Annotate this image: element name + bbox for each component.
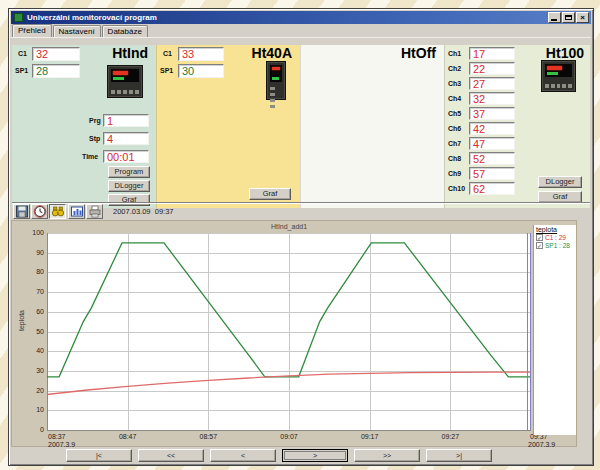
maximize-icon: [565, 15, 572, 20]
channel-field-ch2[interactable]: 22: [469, 62, 515, 75]
app-window: Univerzální monitorovací program × Přehl…: [8, 8, 594, 466]
maximize-button[interactable]: [562, 12, 575, 23]
printer-icon: [88, 205, 102, 218]
minimize-button[interactable]: [548, 12, 561, 23]
tab-databaze[interactable]: Databáze: [102, 25, 148, 37]
nav-button-6[interactable]: >|: [426, 449, 492, 462]
save-button[interactable]: [13, 204, 30, 219]
sp1-label: SP1: [15, 67, 28, 74]
c1-label: C1: [163, 50, 172, 57]
htoff-title: HtOff: [401, 45, 436, 61]
y-tick-label: 60: [18, 308, 44, 315]
ht40a-c1-field[interactable]: 33: [178, 47, 224, 61]
y-tick-label: 40: [18, 347, 44, 354]
legend-entry-label: SP1 : 28: [545, 242, 570, 249]
minimize-icon: [551, 19, 557, 21]
channel-field-ch8[interactable]: 52: [469, 152, 515, 165]
device-buttons: [545, 84, 572, 88]
x-tick-label: 08:47: [113, 433, 143, 440]
channel-field-ch10[interactable]: 62: [469, 182, 515, 195]
print-button[interactable]: [86, 204, 103, 219]
chart-nav-row: |<<<<>>>>|: [12, 449, 590, 463]
stp-label: Stp: [89, 135, 100, 142]
y-tick-label: 0: [18, 426, 44, 433]
page-background: Univerzální monitorovací program × Přehl…: [0, 0, 600, 470]
clock-button[interactable]: [31, 204, 48, 219]
nav-button-4[interactable]: >: [282, 449, 348, 462]
chart-legend: teplota ✓C1 : 29✓SP1 : 28: [533, 225, 576, 435]
channel-label: Ch9: [448, 170, 461, 177]
channel-label: Ch10: [448, 185, 465, 192]
channel-field-ch5[interactable]: 37: [469, 107, 515, 120]
device-green-readout: [547, 72, 558, 75]
legend-checkbox[interactable]: ✓: [536, 234, 543, 241]
ht40a-device-image: [266, 61, 286, 100]
htind-c1-field[interactable]: 32: [32, 47, 80, 61]
prg-label: Prg: [89, 117, 101, 124]
htind-time-field[interactable]: 00:01: [103, 150, 149, 163]
tab-strip: Přehled Nastavení Databáze: [12, 25, 149, 37]
channel-field-ch3[interactable]: 27: [469, 77, 515, 90]
device-buttons: [111, 90, 139, 94]
htind-device-image: [107, 65, 143, 98]
legend-entry-label: C1 : 29: [545, 234, 566, 241]
channel-label: Ch4: [448, 95, 461, 102]
toolbar-datetime: 2007.03.09 09:37: [113, 207, 173, 216]
channel-field-ch4[interactable]: 32: [469, 92, 515, 105]
legend-checkbox[interactable]: ✓: [536, 242, 543, 249]
ht40a-sp1-field[interactable]: 30: [178, 64, 224, 78]
htind-program-button[interactable]: Program: [108, 166, 150, 178]
chart-view-button[interactable]: [68, 204, 85, 219]
channel-field-ch6[interactable]: 42: [469, 122, 515, 135]
channel-field-ch9[interactable]: 57: [469, 167, 515, 180]
ht100-dlogger-button[interactable]: DLogger: [538, 176, 582, 188]
tab-divider: [11, 37, 591, 38]
nav-button-3[interactable]: <: [210, 449, 276, 462]
tab-prehled[interactable]: Přehled: [12, 24, 52, 37]
close-button[interactable]: ×: [576, 12, 589, 23]
channel-label: Ch2: [448, 65, 461, 72]
chart-toolbar: 2007.03.09 09:37: [12, 202, 590, 220]
panel-ht100: Ht100 Ch117Ch222Ch327Ch432Ch537Ch642Ch74…: [444, 45, 590, 208]
channel-field-ch7[interactable]: 47: [469, 137, 515, 150]
y-tick-label: 10: [18, 406, 44, 413]
x-tick-label: 08:37: [48, 433, 66, 440]
chart-panel: HtInd_add1 teplota 010203040506070809010…: [11, 220, 577, 447]
binoculars-icon: [51, 205, 65, 218]
htind-prg-field[interactable]: 1: [103, 114, 149, 127]
htind-stp-field[interactable]: 4: [103, 132, 149, 145]
c1-label: C1: [18, 50, 27, 57]
nav-button-1[interactable]: |<: [66, 449, 132, 462]
htind-title: HtInd: [112, 45, 148, 61]
nav-button-5[interactable]: >>: [354, 449, 420, 462]
channel-label: Ch1: [448, 50, 461, 57]
channel-field-ch1[interactable]: 17: [469, 47, 515, 60]
htind-dlogger-button[interactable]: DLogger: [108, 180, 150, 192]
x-tick-label: 09:17: [355, 433, 385, 440]
device-red-readout: [113, 71, 128, 75]
channel-list: Ch117Ch222Ch327Ch432Ch537Ch642Ch747Ch852…: [448, 47, 538, 199]
chart-title: HtInd_add1: [47, 223, 531, 230]
y-tick-label: 100: [18, 229, 44, 236]
ht100-device-image: [541, 60, 576, 92]
device-green-readout: [272, 77, 279, 80]
panel-ht40a: C1 33 SP1 30 Ht40A Graf: [156, 45, 300, 208]
htind-sp1-field[interactable]: 28: [32, 64, 80, 78]
y-tick-label: 80: [18, 268, 44, 275]
x-tick-label: 08:57: [193, 433, 223, 440]
channel-label: Ch3: [448, 80, 461, 87]
nav-button-2[interactable]: <<: [138, 449, 204, 462]
device-red-readout: [547, 66, 562, 70]
time-label: Time: [82, 153, 98, 160]
legend-entry: ✓C1 : 29: [536, 234, 574, 241]
panel-htind: C1 32 SP1 28 HtInd Prg 1 Stp 4 Time 00:0…: [12, 45, 156, 208]
title-bar[interactable]: Univerzální monitorovací program ×: [11, 11, 591, 24]
x-date-label: 2007.3.9: [528, 441, 555, 448]
y-tick-label: 50: [18, 328, 44, 335]
tab-nastaveni[interactable]: Nastavení: [53, 25, 101, 37]
ht100-title: Ht100: [546, 45, 584, 61]
ht40a-graf-button[interactable]: Graf: [249, 188, 291, 200]
binoculars-button[interactable]: [49, 204, 66, 219]
legend-entry: ✓SP1 : 28: [536, 242, 574, 249]
y-tick-label: 20: [18, 387, 44, 394]
